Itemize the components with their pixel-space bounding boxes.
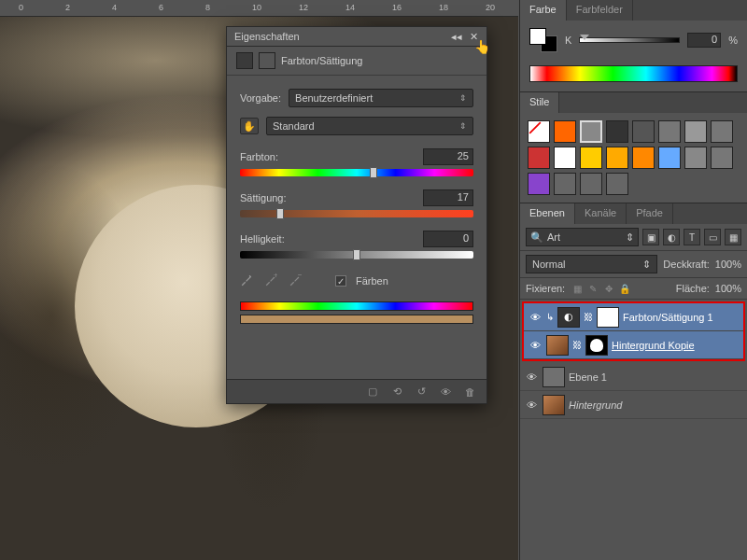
link-icon[interactable]: ⛓ [572,340,582,350]
mask-thumb[interactable] [597,307,619,328]
style-swatch[interactable] [528,120,550,143]
style-swatch[interactable] [711,147,733,169]
k-slider-knob[interactable] [580,35,589,40]
filter-smart-icon[interactable]: ▦ [725,229,741,245]
filter-adjustment-icon[interactable]: ◐ [663,229,680,245]
style-swatch[interactable] [632,147,655,169]
trash-icon[interactable]: 🗑 [462,385,477,399]
style-swatch[interactable] [658,147,681,169]
fill-value[interactable]: 100% [715,283,741,294]
foreground-background-swatch[interactable] [529,28,557,52]
lock-position-icon[interactable]: ✥ [602,282,615,295]
eyedropper-minus-icon[interactable]: − [289,273,303,288]
lightness-value-input[interactable]: 0 [423,231,473,247]
lightness-slider[interactable] [240,251,473,259]
adjustment-thumb-icon[interactable]: ◐ [557,307,580,328]
eyedropper-plus-icon[interactable]: + [264,273,279,288]
colorize-checkbox[interactable]: ✓ [335,275,346,287]
visibility-toggle-icon[interactable]: 👁 [524,399,539,411]
color-spectrum[interactable] [529,65,738,82]
hue-slider[interactable] [240,169,473,176]
output-color-bar [240,315,473,324]
k-value-input[interactable]: 0 [687,33,721,48]
layer-name[interactable]: Hintergrund Kopie [612,340,695,351]
hue-value-input[interactable]: 25 [423,148,473,165]
mask-thumb[interactable] [585,335,608,356]
style-swatch[interactable] [632,120,655,143]
link-icon[interactable]: ⛓ [584,312,593,322]
style-swatch[interactable] [554,147,576,169]
tab-color[interactable]: Farbe [520,0,567,21]
visibility-toggle-icon[interactable]: 👁 [524,371,539,383]
targeted-adjustment-icon[interactable]: ✋ [240,118,259,134]
lightness-slider-knob[interactable] [353,249,360,260]
clip-to-layer-icon[interactable]: ▢ [365,385,380,399]
mask-icon[interactable] [259,52,275,69]
properties-panel-title: Eigenschaften [234,31,300,42]
layer-row[interactable]: 👁 Ebene 1 [520,363,747,391]
style-swatch[interactable] [684,120,707,143]
lightness-label: Helligkeit: [240,233,285,245]
style-swatch[interactable] [554,120,576,143]
chevron-updown-icon: ⇕ [626,231,634,244]
style-swatch[interactable] [658,120,681,143]
close-icon[interactable]: ✕ [468,31,479,42]
layer-name[interactable]: Ebene 1 [569,371,607,383]
layer-row[interactable]: 👁 ↳ ◐ ⛓ Farbton/Sättigung 1 [524,303,743,331]
layers-panel: Ebenen Kanäle Pfade 🔍 Art ⇕ ▣ ◐ T ▭ ▦ No… [520,203,747,419]
layer-thumb[interactable] [543,367,565,387]
style-swatch[interactable] [711,120,733,143]
style-swatch[interactable] [606,120,628,143]
collapse-icon[interactable]: ◂◂ [451,31,462,42]
eyedropper-icon[interactable] [240,273,255,288]
previous-state-icon[interactable]: ⟲ [389,385,404,399]
style-swatch[interactable] [580,147,602,169]
layer-row[interactable]: 👁 ⛓ Hintergrund Kopie [524,331,743,359]
properties-footer: ▢ ⟲ ↺ 👁 🗑 [227,379,486,403]
style-swatch[interactable] [606,147,628,169]
reset-icon[interactable]: ↺ [414,385,429,399]
blend-mode-value: Normal [532,259,565,270]
k-slider[interactable] [579,37,680,43]
lock-pixels-icon[interactable]: ✎ [586,282,599,295]
visibility-icon[interactable]: 👁 [438,385,453,399]
tab-paths[interactable]: Pfade [627,203,673,224]
style-swatch[interactable] [528,147,550,169]
style-swatch[interactable] [684,147,707,169]
lock-transparency-icon[interactable]: ▦ [571,282,584,295]
layer-row[interactable]: 👁 Hintergrund [520,391,747,419]
foreground-color-swatch[interactable] [529,28,546,45]
chevron-updown-icon: ⇕ [642,259,651,271]
tab-swatches[interactable]: Farbfelder [567,0,633,21]
saturation-value-input[interactable]: 17 [423,189,473,206]
visibility-toggle-icon[interactable]: 👁 [528,340,543,351]
visibility-toggle-icon[interactable]: 👁 [528,312,543,323]
hue-slider-knob[interactable] [370,167,377,178]
layer-filter-select[interactable]: 🔍 Art ⇕ [526,228,639,246]
filter-pixel-icon[interactable]: ▣ [642,229,659,245]
filter-shape-icon[interactable]: ▭ [704,229,721,245]
ruler-tick: 20 [486,3,495,12]
style-swatch[interactable] [606,173,628,195]
layer-thumb[interactable] [546,335,569,356]
properties-panel-header[interactable]: Eigenschaften ◂◂ ✕ [227,27,486,47]
blend-mode-select[interactable]: Normal ⇕ [526,255,657,273]
style-swatch[interactable] [580,173,602,195]
style-swatch[interactable] [528,173,550,195]
style-swatch[interactable] [580,120,602,143]
style-swatch[interactable] [554,173,576,195]
tab-layers[interactable]: Ebenen [520,203,575,224]
channel-select[interactable]: Standard ⇕ [266,117,473,135]
filter-type-icon[interactable]: T [684,229,700,245]
layer-name[interactable]: Hintergrund [569,399,622,411]
lock-all-icon[interactable]: 🔒 [618,282,631,295]
preset-select[interactable]: Benutzerdefiniert ⇕ [289,89,473,107]
adjustment-type-icon[interactable] [236,52,253,69]
layer-name[interactable]: Farbton/Sättigung 1 [623,312,713,323]
layer-thumb[interactable] [543,395,565,415]
saturation-slider[interactable] [240,210,473,217]
tab-styles[interactable]: Stile [520,92,559,113]
saturation-slider-knob[interactable] [276,208,284,219]
opacity-value[interactable]: 100% [715,259,741,270]
tab-channels[interactable]: Kanäle [575,203,627,224]
